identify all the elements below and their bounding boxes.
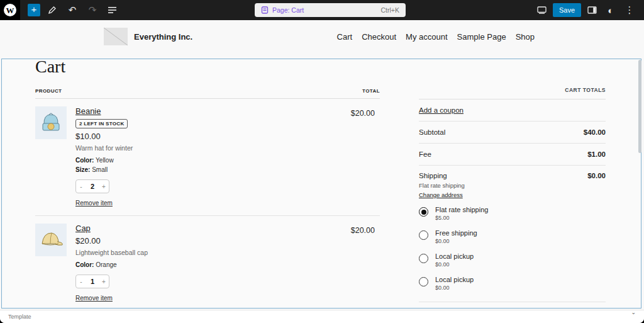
- subtotal-label: Subtotal: [419, 128, 445, 136]
- product-description: Warm hat for winter: [75, 144, 133, 152]
- page-icon: [261, 6, 269, 14]
- list-view-icon: [108, 6, 117, 14]
- product-image-cap[interactable]: [35, 224, 67, 256]
- beanie-illustration: [35, 106, 67, 139]
- stock-badge: 2 LEFT IN STOCK: [75, 119, 128, 128]
- shipping-option-flat-rate[interactable]: Flat rate shipping $5.00: [419, 206, 606, 221]
- nav-link-checkout[interactable]: Checkout: [362, 32, 396, 42]
- template-breadcrumb[interactable]: Template: [8, 314, 31, 320]
- attr-label: Color:: [75, 157, 94, 164]
- sales-tax-row: Sales tax $8.20: [419, 302, 606, 309]
- shipping-option-local-pickup-1[interactable]: Local pickup $0.00: [419, 252, 606, 268]
- block-inserter-button[interactable]: +: [28, 4, 40, 16]
- quantity-decrease-button[interactable]: -: [76, 183, 86, 190]
- styles-button[interactable]: ◐: [602, 2, 619, 18]
- subtotal-value: $40.00: [584, 128, 606, 136]
- fee-label: Fee: [419, 150, 431, 158]
- add-coupon-link[interactable]: Add a coupon: [419, 106, 464, 114]
- editor-canvas: Everything Inc. Cart Checkout My account…: [0, 20, 644, 310]
- preview-button[interactable]: [534, 2, 550, 18]
- product-attributes: Color: Yellow Size: Small: [75, 156, 114, 174]
- coupon-row: Add a coupon: [419, 99, 606, 122]
- command-center-button[interactable]: Page: Cart Ctrl+K: [255, 3, 406, 17]
- wordpress-menu-button[interactable]: W: [0, 0, 20, 20]
- fee-row: Fee $1.00: [419, 144, 606, 166]
- unit-price: $20.00: [75, 236, 101, 246]
- shipping-option-local-pickup-2[interactable]: Local pickup $0.00: [419, 276, 606, 291]
- command-label: Page: Cart: [272, 6, 304, 14]
- nav-link-cart[interactable]: Cart: [337, 32, 353, 42]
- fee-value: $1.00: [587, 150, 606, 158]
- scroll-down-arrow-icon[interactable]: ⌄: [631, 310, 636, 315]
- product-image-beanie[interactable]: [35, 106, 67, 139]
- placeholder-diagonal-icon: [104, 28, 128, 45]
- quantity-value[interactable]: 1: [86, 278, 99, 285]
- ellipsis-icon: ⋮: [625, 4, 635, 16]
- monitor-icon: [537, 6, 547, 14]
- cart-items-section: PRODUCT TOTAL Beanie: [35, 88, 380, 309]
- total-column-header: TOTAL: [362, 88, 380, 94]
- line-item-total: $20.00: [351, 226, 375, 235]
- cart-item-beanie: Beanie 2 LEFT IN STOCK $10.00 Warm hat f…: [35, 99, 380, 216]
- quantity-stepper[interactable]: - 1 +: [75, 275, 109, 288]
- editor-top-bar: W + ↶ ↷: [0, 0, 644, 20]
- change-address-link[interactable]: Change address: [419, 191, 606, 198]
- save-button[interactable]: Save: [553, 3, 581, 17]
- site-header: Everything Inc. Cart Checkout My account…: [104, 27, 535, 46]
- product-description: Lightweight baseball cap: [75, 249, 148, 256]
- redo-button[interactable]: ↷: [84, 2, 101, 18]
- shipping-option-label: Local pickup: [435, 276, 474, 283]
- keyboard-shortcut-label: Ctrl+K: [381, 6, 399, 14]
- site-logo-placeholder[interactable]: [104, 28, 128, 45]
- nav-link-shop[interactable]: Shop: [516, 32, 535, 42]
- shipping-option-price: $0.00: [435, 238, 477, 244]
- undo-button[interactable]: ↶: [64, 2, 80, 18]
- scrollbar-thumb[interactable]: [638, 60, 641, 153]
- list-view-button[interactable]: [104, 2, 121, 18]
- radio-icon[interactable]: [419, 230, 428, 240]
- shipping-option-price: $0.00: [435, 261, 474, 268]
- pencil-icon: [48, 6, 57, 14]
- contrast-icon: ◐: [608, 5, 613, 16]
- site-editor-window: W + ↶ ↷: [0, 0, 644, 323]
- shipping-option-label: Free shipping: [435, 229, 477, 237]
- cart-item-cap: Cap $20.00 Lightweight baseball cap Colo…: [35, 216, 380, 309]
- remove-item-link[interactable]: Remove item: [75, 200, 113, 207]
- template-content-frame[interactable]: Cart PRODUCT TOTAL: [1, 59, 641, 309]
- attr-value: Small: [92, 166, 108, 173]
- sidebar-panel-icon: [587, 6, 597, 14]
- cart-table-header: PRODUCT TOTAL: [35, 88, 380, 99]
- redo-icon: ↷: [89, 4, 97, 16]
- more-options-button[interactable]: ⋮: [621, 2, 638, 18]
- quantity-increase-button[interactable]: +: [99, 183, 109, 190]
- product-column-header: PRODUCT: [35, 88, 62, 94]
- site-title[interactable]: Everything Inc.: [134, 32, 192, 42]
- product-link-beanie[interactable]: Beanie: [75, 106, 101, 116]
- undo-icon: ↶: [69, 4, 77, 16]
- product-attributes: Color: Orange: [75, 260, 117, 269]
- cart-totals-section: CART TOTALS Add a coupon Subtotal $40.00…: [419, 87, 606, 309]
- remove-item-link[interactable]: Remove item: [75, 295, 113, 302]
- wordpress-logo-icon: W: [4, 4, 16, 16]
- shipping-option-free[interactable]: Free shipping $0.00: [419, 229, 606, 244]
- quantity-decrease-button[interactable]: -: [76, 278, 86, 285]
- cap-illustration: [35, 224, 67, 256]
- editor-footer-bar: Template ⌄: [0, 310, 644, 323]
- settings-panel-button[interactable]: [584, 2, 600, 18]
- nav-link-my-account[interactable]: My account: [406, 32, 447, 42]
- nav-link-sample-page[interactable]: Sample Page: [457, 32, 506, 42]
- radio-icon[interactable]: [419, 277, 428, 286]
- subtotal-row: Subtotal $40.00: [419, 122, 606, 144]
- shipping-option-price: $5.00: [435, 215, 488, 221]
- quantity-value[interactable]: 2: [86, 183, 99, 190]
- edit-tool-button[interactable]: [44, 2, 60, 18]
- quantity-stepper[interactable]: - 2 +: [75, 179, 109, 193]
- shipping-block: Shipping $0.00 Flat rate shipping Change…: [419, 166, 606, 302]
- radio-icon[interactable]: [419, 254, 428, 263]
- shipping-option-label: Local pickup: [435, 252, 474, 260]
- cart-totals-header: CART TOTALS: [419, 87, 606, 99]
- shipping-option-label: Flat rate shipping: [435, 206, 488, 213]
- radio-selected-icon[interactable]: [419, 207, 428, 217]
- product-link-cap[interactable]: Cap: [75, 224, 91, 233]
- quantity-increase-button[interactable]: +: [99, 278, 109, 285]
